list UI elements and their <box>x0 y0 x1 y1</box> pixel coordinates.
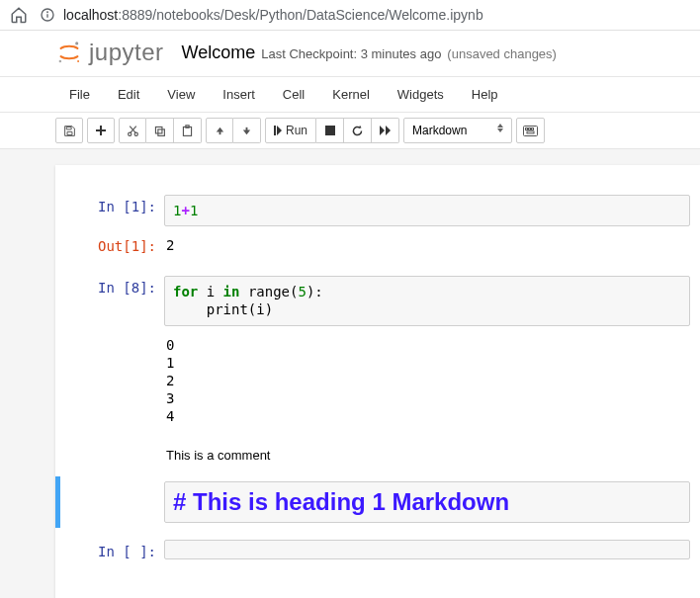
checkpoint-text: Last Checkpoint: 3 minutes ago <box>261 46 441 61</box>
output-text: 0 1 2 3 4 <box>164 334 690 428</box>
svg-point-9 <box>134 132 137 135</box>
restart-run-all-button[interactable] <box>372 118 399 143</box>
notebook: In [1]: 1+1 Out[1]: 2 In [8]: for i in r… <box>55 165 700 598</box>
svg-rect-21 <box>526 128 528 129</box>
empty-prompt <box>55 334 164 428</box>
svg-point-5 <box>77 60 79 62</box>
logo-text: jupyter <box>89 39 164 66</box>
code-input[interactable]: 1+1 <box>164 195 690 226</box>
copy-button[interactable] <box>146 118 174 143</box>
menu-insert[interactable]: Insert <box>209 81 269 108</box>
menu-help[interactable]: Help <box>458 81 512 108</box>
notebook-header: jupyter Welcome Last Checkpoint: 3 minut… <box>0 31 700 76</box>
rendered-text: This is a comment <box>164 446 690 469</box>
output-cell: 0 1 2 3 4 <box>55 332 700 430</box>
run-button[interactable]: Run <box>265 118 316 143</box>
code-cell[interactable]: In [8]: for i in range(5): print(i) <box>55 274 700 327</box>
in-prompt: In [1]: <box>55 195 164 226</box>
move-down-button[interactable] <box>233 118 261 143</box>
in-prompt: In [8]: <box>55 276 164 325</box>
cell-type-select[interactable]: Markdown <box>403 118 512 143</box>
toolbar: Run Markdown <box>0 113 700 149</box>
empty-prompt <box>55 446 164 469</box>
svg-rect-22 <box>529 128 531 129</box>
empty-prompt <box>55 481 164 523</box>
out-prompt: Out[1]: <box>55 234 164 258</box>
markdown-cell-editing[interactable]: # This is heading 1 Markdown <box>55 476 700 528</box>
notebook-title[interactable]: Welcome <box>182 43 256 63</box>
url-text: localhost:8889/notebooks/Desk/Python/Dat… <box>63 7 483 23</box>
cell-type-value: Markdown <box>412 124 467 137</box>
menu-cell[interactable]: Cell <box>269 81 318 108</box>
code-cell[interactable]: In [ ]: <box>55 538 700 565</box>
output-text: 2 <box>164 234 690 256</box>
markdown-editor[interactable]: # This is heading 1 Markdown <box>164 481 690 523</box>
url-bar[interactable]: localhost:8889/notebooks/Desk/Python/Dat… <box>40 7 690 23</box>
menu-view[interactable]: View <box>153 81 209 108</box>
save-button[interactable] <box>55 118 83 143</box>
svg-rect-19 <box>325 126 335 135</box>
add-cell-button[interactable] <box>87 118 115 143</box>
svg-rect-13 <box>158 128 165 135</box>
svg-line-10 <box>131 126 136 132</box>
notebook-container: In [1]: 1+1 Out[1]: 2 In [8]: for i in r… <box>0 149 700 598</box>
restart-button[interactable] <box>344 118 372 143</box>
svg-point-8 <box>128 132 131 135</box>
info-icon <box>40 7 55 23</box>
svg-rect-18 <box>274 126 276 135</box>
svg-rect-23 <box>532 128 534 129</box>
command-palette-button[interactable] <box>516 118 545 143</box>
svg-point-4 <box>59 60 62 63</box>
code-input[interactable] <box>164 540 690 559</box>
in-prompt: In [ ]: <box>55 540 164 563</box>
browser-bar: localhost:8889/notebooks/Desk/Python/Dat… <box>0 0 700 31</box>
svg-rect-12 <box>155 127 162 133</box>
run-label: Run <box>286 124 307 137</box>
svg-rect-24 <box>527 131 534 133</box>
svg-rect-17 <box>246 127 248 130</box>
svg-point-3 <box>75 42 78 44</box>
svg-point-2 <box>47 12 48 13</box>
menu-widgets[interactable]: Widgets <box>384 81 458 108</box>
svg-line-11 <box>130 126 135 132</box>
cut-button[interactable] <box>119 118 146 143</box>
markdown-cell-rendered[interactable]: This is a comment <box>55 444 700 470</box>
menu-edit[interactable]: Edit <box>104 81 153 108</box>
menu-kernel[interactable]: Kernel <box>318 81 384 108</box>
code-input[interactable]: for i in range(5): print(i) <box>164 276 690 325</box>
interrupt-button[interactable] <box>316 118 344 143</box>
menu-bar: File Edit View Insert Cell Kernel Widget… <box>0 76 700 113</box>
unsaved-indicator: (unsaved changes) <box>447 46 557 61</box>
code-cell[interactable]: In [1]: 1+1 <box>55 193 700 228</box>
svg-rect-16 <box>219 130 220 134</box>
move-up-button[interactable] <box>206 118 233 143</box>
paste-button[interactable] <box>174 118 202 143</box>
output-cell: Out[1]: 2 <box>55 232 700 260</box>
home-icon[interactable] <box>10 6 28 24</box>
menu-file[interactable]: File <box>55 81 104 108</box>
jupyter-logo[interactable]: jupyter <box>55 39 164 66</box>
